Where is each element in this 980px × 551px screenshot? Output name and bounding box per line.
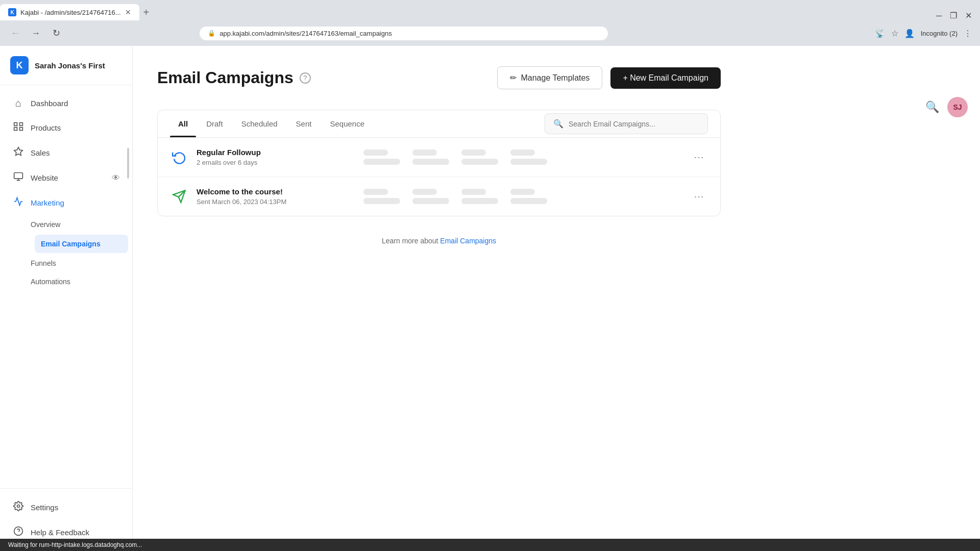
tab-scheduled[interactable]: Scheduled: [233, 110, 286, 137]
footer-section: Learn more about Email Campaigns: [157, 216, 721, 265]
svg-marker-4: [14, 147, 23, 156]
products-icon: [12, 121, 24, 134]
pencil-icon: ✏: [510, 73, 517, 83]
page-help-icon[interactable]: ?: [300, 72, 311, 84]
profile-icon[interactable]: 👤: [904, 29, 915, 38]
search-input[interactable]: [569, 120, 699, 128]
app-header-right: 🔍 SJ: [925, 97, 968, 117]
skeleton: [461, 189, 486, 195]
campaign-item: Welcome to the course! Sent March 06, 20…: [158, 177, 720, 216]
profile-label: Incognito (2): [921, 30, 958, 37]
footer-link[interactable]: Email Campaigns: [440, 237, 496, 245]
svg-rect-5: [14, 173, 23, 179]
marketing-label: Marketing: [31, 198, 64, 207]
sidebar-item-products[interactable]: Products: [0, 115, 132, 140]
dashboard-icon: ⌂: [12, 97, 24, 109]
skeleton: [363, 159, 400, 165]
stat-1: [363, 149, 400, 165]
reload-btn[interactable]: ↻: [49, 26, 63, 40]
products-label: Products: [31, 123, 61, 132]
skeleton: [412, 159, 449, 165]
sidebar-item-settings[interactable]: Settings: [0, 495, 132, 520]
menu-icon[interactable]: ⋮: [964, 29, 972, 38]
global-search-btn[interactable]: 🔍: [925, 101, 939, 114]
skeleton: [461, 198, 498, 204]
sidebar-item-website[interactable]: Website 👁: [0, 165, 132, 190]
campaign-more-btn[interactable]: ⋯: [690, 149, 708, 165]
tab-sequence[interactable]: Sequence: [322, 110, 373, 137]
status-text: Waiting for rum-http-intake.logs.datadog…: [8, 541, 142, 548]
new-tab-btn[interactable]: +: [139, 7, 154, 18]
subnav-automations[interactable]: Automations: [31, 272, 132, 291]
skeleton: [510, 159, 547, 165]
tab-all[interactable]: All: [170, 110, 196, 137]
campaign-more-btn[interactable]: ⋯: [690, 188, 708, 205]
search-icon: 🔍: [553, 119, 564, 129]
cast-icon[interactable]: 📡: [875, 29, 885, 38]
skeleton: [510, 149, 535, 156]
url-bar[interactable]: 🔒 app.kajabi.com/admin/sites/2147647163/…: [200, 27, 608, 40]
stat-2: [412, 149, 449, 165]
minimize-btn[interactable]: ─: [936, 11, 942, 20]
app-logo[interactable]: K: [10, 56, 29, 74]
page-header: Email Campaigns ? ✏ Manage Templates + N…: [157, 66, 721, 89]
skeleton: [363, 149, 388, 156]
tab-draft[interactable]: Draft: [198, 110, 231, 137]
manage-templates-btn[interactable]: ✏ Manage Templates: [497, 66, 602, 89]
window-controls: ─ ❐ ✕: [936, 11, 980, 20]
website-label: Website: [31, 173, 58, 182]
scroll-indicator: [127, 148, 129, 179]
back-btn[interactable]: ←: [8, 26, 22, 40]
active-tab[interactable]: K Kajabi - /admin/sites/214764716... ✕: [0, 4, 139, 20]
tab-sent[interactable]: Sent: [288, 110, 320, 137]
tab-bar: K Kajabi - /admin/sites/214764716... ✕ +…: [0, 0, 980, 20]
help-label: Help & Feedback: [31, 528, 89, 537]
main-content: Email Campaigns ? ✏ Manage Templates + N…: [133, 46, 980, 551]
brand-name: Sarah Jonas's First: [35, 61, 105, 70]
maximize-btn[interactable]: ❐: [950, 11, 957, 20]
tab-favicon: K: [8, 8, 16, 16]
forward-btn[interactable]: →: [29, 26, 43, 40]
sidebar-item-marketing[interactable]: Marketing: [0, 190, 132, 215]
subnav-funnels[interactable]: Funnels: [31, 254, 132, 272]
content-card: All Draft Scheduled Sent Sequence: [157, 110, 721, 216]
sidebar-item-dashboard[interactable]: ⌂ Dashboard: [0, 91, 132, 115]
campaign-name: Regular Followup: [197, 148, 355, 157]
page-title: Email Campaigns: [157, 68, 293, 87]
user-avatar-btn[interactable]: SJ: [947, 97, 968, 117]
close-btn[interactable]: ✕: [965, 11, 972, 20]
bookmark-icon[interactable]: ☆: [891, 29, 898, 38]
skeleton: [510, 198, 547, 204]
tab-close-btn[interactable]: ✕: [125, 8, 131, 16]
url-text: app.kajabi.com/admin/sites/2147647163/em…: [219, 30, 392, 37]
skeleton: [363, 198, 400, 204]
svg-rect-3: [20, 128, 23, 131]
svg-rect-1: [20, 123, 23, 126]
svg-rect-2: [14, 128, 17, 131]
subnav-overview[interactable]: Overview: [31, 215, 132, 234]
campaign-stats: [363, 149, 681, 165]
svg-point-8: [17, 505, 20, 508]
settings-icon: [12, 501, 24, 514]
sidebar-item-sales[interactable]: Sales: [0, 140, 132, 165]
campaign-stats: [363, 189, 681, 204]
new-campaign-btn[interactable]: + New Email Campaign: [610, 67, 721, 89]
campaign-sub: Sent March 06, 2023 04:13PM: [197, 198, 355, 206]
sidebar-header: K Sarah Jonas's First: [0, 46, 132, 85]
stat-4: [510, 189, 547, 204]
tabs-right: 🔍: [545, 113, 708, 134]
campaign-sub: 2 emails over 6 days: [197, 159, 355, 166]
website-icon: [12, 171, 24, 184]
app-layout: K Sarah Jonas's First ⌂ Dashboard Produc…: [0, 46, 980, 551]
skeleton: [412, 189, 437, 195]
svg-rect-0: [14, 123, 17, 126]
campaign-item: Regular Followup 2 emails over 6 days: [158, 138, 720, 177]
address-bar-right: 📡 ☆ 👤 Incognito (2) ⋮: [875, 29, 972, 38]
search-box: 🔍: [545, 113, 708, 134]
skeleton: [363, 189, 388, 195]
subnav-email-campaigns[interactable]: Email Campaigns: [35, 235, 128, 253]
main-inner: Email Campaigns ? ✏ Manage Templates + N…: [133, 46, 745, 286]
campaigns-list: Regular Followup 2 emails over 6 days: [158, 138, 720, 216]
page-title-area: Email Campaigns ?: [157, 68, 311, 87]
sequence-icon: [170, 148, 188, 166]
